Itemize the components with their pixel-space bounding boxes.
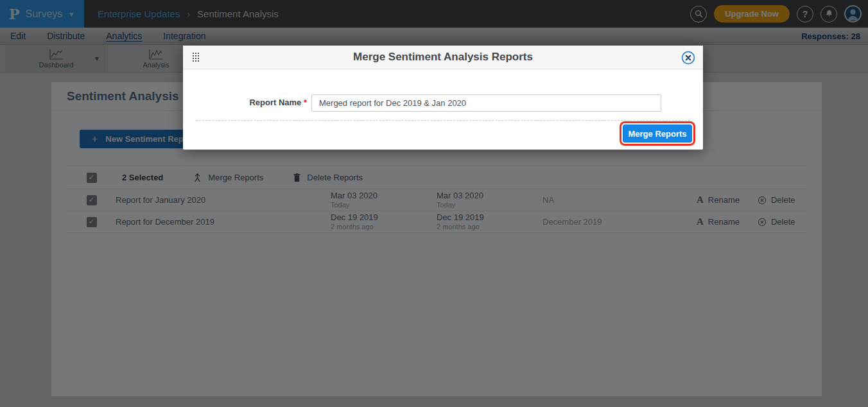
report-name-label: Report Name * xyxy=(183,98,307,107)
modal-footer-divider xyxy=(196,120,690,121)
close-icon xyxy=(681,51,695,65)
required-asterisk: * xyxy=(304,98,307,107)
modal-title: Merge Sentiment Analysis Reports xyxy=(353,51,533,64)
report-name-input[interactable] xyxy=(311,94,661,112)
drag-handle-icon[interactable] xyxy=(193,53,199,62)
merge-reports-modal: Merge Sentiment Analysis Reports Report … xyxy=(183,46,703,150)
merge-reports-submit-button[interactable]: Merge Reports xyxy=(623,125,692,143)
close-button[interactable] xyxy=(681,51,695,65)
report-name-label-text: Report Name xyxy=(249,98,301,107)
modal-header: Merge Sentiment Analysis Reports xyxy=(183,46,703,69)
